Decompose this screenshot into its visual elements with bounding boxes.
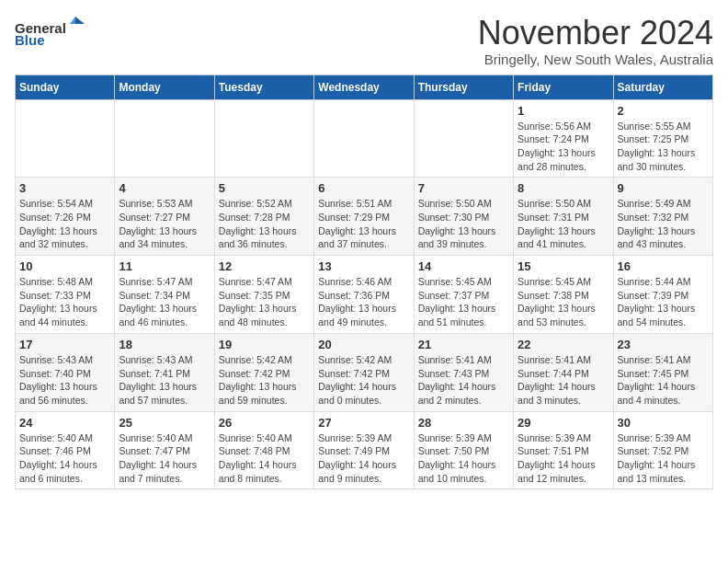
svg-marker-1 (70, 17, 75, 24)
day-detail: Sunrise: 5:39 AM Sunset: 7:52 PM Dayligh… (618, 431, 709, 486)
day-detail: Sunrise: 5:51 AM Sunset: 7:29 PM Dayligh… (318, 197, 409, 251)
day-number: 30 (618, 416, 709, 430)
day-detail: Sunrise: 5:50 AM Sunset: 7:30 PM Dayligh… (418, 197, 509, 251)
day-detail: Sunrise: 5:53 AM Sunset: 7:27 PM Dayligh… (119, 197, 210, 251)
day-number: 13 (318, 259, 409, 273)
calendar-cell: 8Sunrise: 5:50 AM Sunset: 7:31 PM Daylig… (514, 178, 613, 256)
day-number: 9 (618, 181, 709, 195)
logo-blue: Blue (15, 32, 45, 48)
day-detail: Sunrise: 5:42 AM Sunset: 7:42 PM Dayligh… (318, 353, 409, 408)
calendar-cell: 5Sunrise: 5:52 AM Sunset: 7:28 PM Daylig… (214, 178, 313, 256)
day-number: 18 (119, 338, 210, 351)
day-detail: Sunrise: 5:40 AM Sunset: 7:47 PM Dayligh… (119, 431, 210, 486)
day-detail: Sunrise: 5:54 AM Sunset: 7:26 PM Dayligh… (19, 197, 110, 251)
day-detail: Sunrise: 5:43 AM Sunset: 7:41 PM Dayligh… (119, 353, 210, 408)
calendar-cell (214, 99, 313, 178)
day-number: 6 (318, 181, 409, 195)
calendar-table: SundayMondayTuesdayWednesdayThursdayFrid… (15, 75, 713, 490)
day-number: 23 (618, 338, 709, 351)
day-number: 14 (418, 259, 509, 273)
day-number: 7 (418, 181, 509, 195)
calendar-cell: 7Sunrise: 5:50 AM Sunset: 7:30 PM Daylig… (414, 178, 513, 256)
header: General Blue November 2024 Bringelly, Ne… (15, 15, 713, 67)
day-detail: Sunrise: 5:41 AM Sunset: 7:44 PM Dayligh… (518, 353, 609, 408)
day-number: 1 (518, 104, 609, 118)
calendar-cell (414, 99, 513, 178)
day-detail: Sunrise: 5:45 AM Sunset: 7:38 PM Dayligh… (518, 275, 609, 329)
header-cell-saturday: Saturday (613, 75, 712, 99)
calendar-cell: 26Sunrise: 5:40 AM Sunset: 7:48 PM Dayli… (214, 411, 313, 489)
svg-marker-0 (75, 17, 85, 24)
calendar-body: 1Sunrise: 5:56 AM Sunset: 7:24 PM Daylig… (16, 99, 713, 489)
day-detail: Sunrise: 5:56 AM Sunset: 7:24 PM Dayligh… (518, 120, 609, 174)
day-detail: Sunrise: 5:44 AM Sunset: 7:39 PM Dayligh… (618, 275, 709, 329)
day-number: 12 (219, 259, 310, 273)
day-detail: Sunrise: 5:39 AM Sunset: 7:49 PM Dayligh… (318, 431, 409, 486)
subtitle: Bringelly, New South Wales, Australia (478, 52, 713, 67)
calendar-cell (115, 99, 214, 178)
calendar-week-row: 17Sunrise: 5:43 AM Sunset: 7:40 PM Dayli… (16, 333, 713, 411)
day-detail: Sunrise: 5:43 AM Sunset: 7:40 PM Dayligh… (19, 353, 110, 408)
title-area: November 2024 Bringelly, New South Wales… (478, 15, 713, 67)
calendar-week-row: 3Sunrise: 5:54 AM Sunset: 7:26 PM Daylig… (16, 178, 713, 256)
header-cell-tuesday: Tuesday (214, 75, 313, 99)
calendar-cell: 24Sunrise: 5:40 AM Sunset: 7:46 PM Dayli… (16, 411, 115, 489)
calendar-week-row: 24Sunrise: 5:40 AM Sunset: 7:46 PM Dayli… (16, 411, 713, 489)
day-detail: Sunrise: 5:40 AM Sunset: 7:46 PM Dayligh… (19, 431, 110, 486)
day-detail: Sunrise: 5:55 AM Sunset: 7:25 PM Dayligh… (618, 120, 709, 174)
header-cell-wednesday: Wednesday (314, 75, 414, 99)
calendar-cell: 3Sunrise: 5:54 AM Sunset: 7:26 PM Daylig… (16, 178, 115, 256)
calendar-cell: 21Sunrise: 5:41 AM Sunset: 7:43 PM Dayli… (414, 333, 513, 411)
day-number: 24 (19, 416, 110, 430)
day-number: 17 (19, 338, 110, 351)
calendar-cell: 13Sunrise: 5:46 AM Sunset: 7:36 PM Dayli… (314, 256, 414, 334)
calendar-cell: 17Sunrise: 5:43 AM Sunset: 7:40 PM Dayli… (16, 333, 115, 411)
day-detail: Sunrise: 5:39 AM Sunset: 7:50 PM Dayligh… (418, 431, 509, 486)
calendar-cell: 4Sunrise: 5:53 AM Sunset: 7:27 PM Daylig… (115, 178, 214, 256)
calendar-cell: 23Sunrise: 5:41 AM Sunset: 7:45 PM Dayli… (613, 333, 712, 411)
day-number: 8 (518, 181, 609, 195)
calendar-cell: 27Sunrise: 5:39 AM Sunset: 7:49 PM Dayli… (314, 411, 414, 489)
day-detail: Sunrise: 5:47 AM Sunset: 7:34 PM Dayligh… (119, 275, 210, 329)
calendar-cell: 20Sunrise: 5:42 AM Sunset: 7:42 PM Dayli… (314, 333, 414, 411)
day-detail: Sunrise: 5:47 AM Sunset: 7:35 PM Dayligh… (219, 275, 310, 329)
day-number: 4 (119, 181, 210, 195)
calendar-cell: 18Sunrise: 5:43 AM Sunset: 7:41 PM Dayli… (115, 333, 214, 411)
day-number: 20 (318, 338, 409, 351)
day-detail: Sunrise: 5:46 AM Sunset: 7:36 PM Dayligh… (318, 275, 409, 329)
calendar-cell: 25Sunrise: 5:40 AM Sunset: 7:47 PM Dayli… (115, 411, 214, 489)
calendar-cell: 12Sunrise: 5:47 AM Sunset: 7:35 PM Dayli… (214, 256, 313, 334)
calendar-header-row: SundayMondayTuesdayWednesdayThursdayFrid… (16, 75, 713, 99)
day-number: 29 (518, 416, 609, 430)
month-title: November 2024 (478, 15, 713, 52)
day-number: 22 (518, 338, 609, 351)
calendar-cell: 10Sunrise: 5:48 AM Sunset: 7:33 PM Dayli… (16, 256, 115, 334)
calendar-cell: 6Sunrise: 5:51 AM Sunset: 7:29 PM Daylig… (314, 178, 414, 256)
header-cell-friday: Friday (514, 75, 613, 99)
day-detail: Sunrise: 5:40 AM Sunset: 7:48 PM Dayligh… (219, 431, 310, 486)
day-number: 10 (19, 259, 110, 273)
header-cell-monday: Monday (115, 75, 214, 99)
calendar-cell: 1Sunrise: 5:56 AM Sunset: 7:24 PM Daylig… (514, 99, 613, 178)
calendar-cell: 2Sunrise: 5:55 AM Sunset: 7:25 PM Daylig… (613, 99, 712, 178)
calendar-cell: 19Sunrise: 5:42 AM Sunset: 7:42 PM Dayli… (214, 333, 313, 411)
calendar-cell: 11Sunrise: 5:47 AM Sunset: 7:34 PM Dayli… (115, 256, 214, 334)
calendar-cell: 9Sunrise: 5:49 AM Sunset: 7:32 PM Daylig… (613, 178, 712, 256)
calendar-cell: 16Sunrise: 5:44 AM Sunset: 7:39 PM Dayli… (613, 256, 712, 334)
day-number: 21 (418, 338, 509, 351)
day-number: 25 (119, 416, 210, 430)
day-detail: Sunrise: 5:41 AM Sunset: 7:45 PM Dayligh… (618, 353, 709, 408)
day-number: 15 (518, 259, 609, 273)
day-detail: Sunrise: 5:48 AM Sunset: 7:33 PM Dayligh… (19, 275, 110, 329)
day-number: 16 (618, 259, 709, 273)
header-cell-sunday: Sunday (16, 75, 115, 99)
calendar-cell: 29Sunrise: 5:39 AM Sunset: 7:51 PM Dayli… (514, 411, 613, 489)
logo: General Blue (15, 15, 85, 48)
day-number: 3 (19, 181, 110, 195)
calendar-week-row: 1Sunrise: 5:56 AM Sunset: 7:24 PM Daylig… (16, 99, 713, 178)
day-detail: Sunrise: 5:45 AM Sunset: 7:37 PM Dayligh… (418, 275, 509, 329)
calendar-cell (314, 99, 414, 178)
day-detail: Sunrise: 5:52 AM Sunset: 7:28 PM Dayligh… (219, 197, 310, 251)
day-number: 26 (219, 416, 310, 430)
calendar-week-row: 10Sunrise: 5:48 AM Sunset: 7:33 PM Dayli… (16, 256, 713, 334)
